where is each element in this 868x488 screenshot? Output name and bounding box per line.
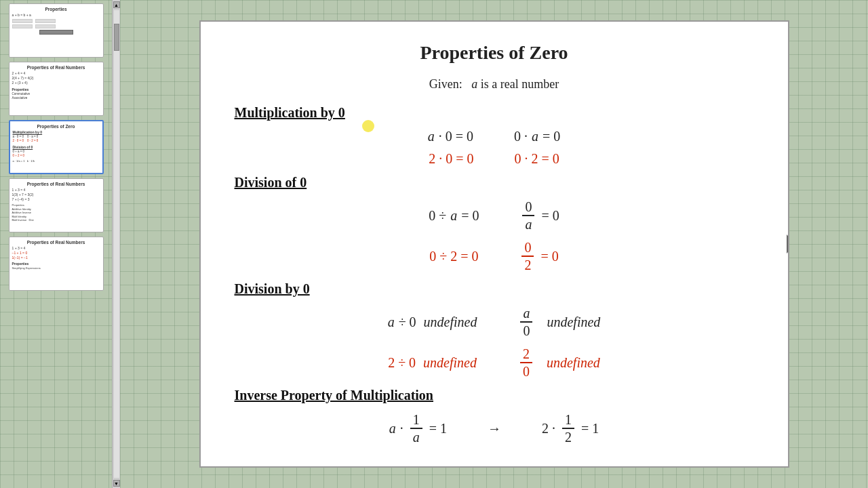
frac-1-over-2: 1 2 [562, 411, 574, 445]
slide-panel: Properties of Zero Given: a is a real nu… [199, 20, 789, 468]
slide-2-title: Properties of Real Numbers [12, 65, 100, 70]
scroll-thumb[interactable] [114, 24, 119, 51]
div-by-row-2: 2 ÷ 0 undefined 2 0 undefined [235, 346, 754, 380]
slide-4-title: Properties of Real Numbers [12, 182, 100, 186]
slide-5-content: 1 + 3 = 4 −1 + 1 = 0 1(−1) = −1 Properti… [12, 246, 100, 270]
frac-0-over-2: 0 2 [521, 239, 534, 273]
div-by-expr-1a: a ÷ 0 undefined [388, 314, 477, 330]
slide-thumb-3[interactable]: Properties of Zero Multiplication by 0 a… [9, 120, 104, 174]
div-of-expr-2a: 0 ÷ 2 = 0 [429, 249, 478, 264]
slide-4-content: 1 + 3 = 4 1(3) + 7 = 3(2) 7 + (−4) = 3 P… [12, 188, 100, 222]
slide-title: Properties of Zero [235, 42, 754, 64]
multiplication-section: Multiplication by 0 a · 0 = 0 0 · a = 0 … [235, 105, 754, 167]
frac-2-over-0: 2 0 [520, 346, 532, 380]
inverse-expr-1b: 2 · 1 2 = 1 [542, 411, 599, 445]
given-label: Given: [429, 77, 469, 91]
slide-thumb-4[interactable]: Properties of Real Numbers 1 + 3 = 4 1(3… [9, 178, 104, 232]
division-of-heading: Division of 0 [235, 175, 754, 190]
cursor-indicator [362, 120, 374, 132]
mult-row-2: 2 · 0 = 0 0 · 2 = 0 [235, 151, 754, 167]
div-of-row-1: 0 ÷ a = 0 0 a = 0 [235, 199, 754, 232]
right-arrow-indicator [787, 235, 789, 253]
div-by-expr-1b: a 0 undefined [517, 305, 600, 339]
mult-expr-1b: 0 · a = 0 [514, 129, 560, 144]
slide-1-content: a + b = b + a [12, 13, 100, 35]
inverse-arrow: → [488, 421, 501, 436]
div-by-row-1: a ÷ 0 undefined a 0 undefined [235, 305, 754, 339]
inverse-expr-1a: a · 1 a = 1 [389, 411, 447, 445]
division-of-section: Division of 0 0 ÷ a = 0 0 a = 0 [235, 175, 754, 273]
inverse-row-1: a · 1 a = 1 → 2 · 1 2 [235, 411, 754, 445]
div-by-expr-2a: 2 ÷ 0 undefined [388, 355, 477, 371]
frac-a-over-0: a 0 [520, 305, 532, 339]
inverse-heading: Inverse Property of Multiplication [235, 388, 754, 403]
multiplication-heading: Multiplication by 0 [235, 105, 754, 121]
div-of-expr-2b: 0 2 = 0 [519, 239, 558, 273]
inverse-section: Inverse Property of Multiplication a · 1… [235, 388, 754, 445]
mult-row-1: a · 0 = 0 0 · a = 0 [235, 129, 754, 144]
scrollbar[interactable]: ▲ ▼ [112, 0, 120, 488]
division-by-heading: Division by 0 [235, 281, 754, 297]
mult-expr-2a: 2 · 0 = 0 [429, 151, 473, 167]
slide-thumb-2[interactable]: Properties of Real Numbers 2 + 4 = 4 2(4… [9, 62, 104, 116]
div-by-expr-2b: 2 0 undefined [517, 346, 600, 380]
scroll-up-arrow[interactable]: ▲ [113, 1, 120, 8]
slide-thumb-5[interactable]: Properties of Real Numbers 1 + 3 = 4 −1 … [9, 237, 104, 291]
given-description: is a real number [481, 77, 559, 91]
mult-expr-1a: a · 0 = 0 [428, 129, 473, 144]
given-statement: Given: a is a real number [235, 77, 754, 92]
slide-1-title: Properties [12, 7, 100, 12]
scroll-track[interactable] [113, 9, 120, 479]
sidebar: Properties a + b = b + a Properties of R… [0, 0, 112, 488]
div-of-row-2: 0 ÷ 2 = 0 0 2 = 0 [235, 239, 754, 273]
slide-thumb-1[interactable]: Properties a + b = b + a [9, 3, 104, 58]
div-of-expr-1a: 0 ÷ a = 0 [429, 208, 479, 224]
slide-2-content: 2 + 4 = 4 2(4 + 7) = 4(2) 2 + (3 + 4) Pr… [12, 71, 100, 101]
div-of-expr-1b: 0 a = 0 [519, 199, 559, 232]
mult-expr-2b: 0 · 2 = 0 [515, 151, 559, 167]
frac-0-over-a: 0 a [522, 199, 534, 232]
main-area: Properties of Zero Given: a is a real nu… [120, 0, 868, 488]
frac-1-over-a: 1 a [410, 411, 422, 445]
slide-3-content: Multiplication by 0 a · 0 = 0 0 · a = 0 … [13, 130, 100, 163]
division-by-section: Division by 0 a ÷ 0 undefined a 0 undefi… [235, 281, 754, 380]
mult-a-var-2: a [532, 129, 538, 144]
mult-a-var: a [428, 129, 435, 144]
slide-3-title: Properties of Zero [13, 124, 100, 129]
given-variable: a [471, 77, 477, 91]
scroll-down-arrow[interactable]: ▼ [113, 480, 120, 487]
slide-5-title: Properties of Real Numbers [12, 240, 100, 245]
